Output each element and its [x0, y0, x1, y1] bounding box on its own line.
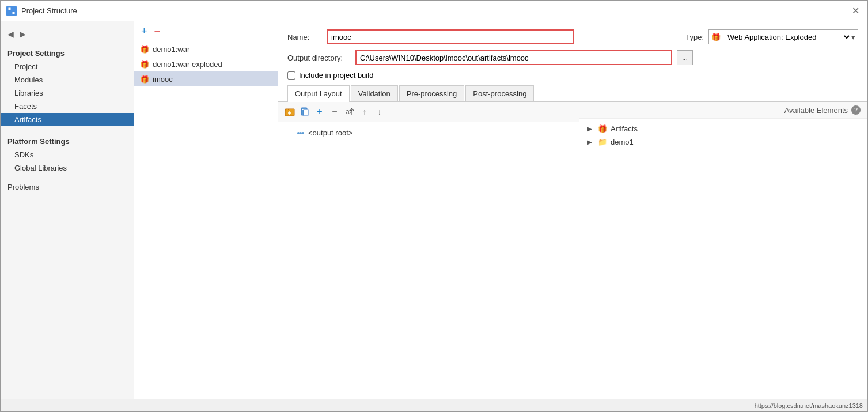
remove-artifact-button[interactable]: − [152, 25, 163, 37]
output-tree: <output root> [278, 122, 579, 399]
main-layout: ◀ ▶ Project Settings Project Modules Lib… [1, 21, 867, 399]
add-copy-btn[interactable] [298, 105, 312, 119]
svg-rect-2 [8, 12, 11, 14]
sidebar-item-libraries[interactable]: Libraries [1, 86, 134, 100]
type-artifact-icon: 🎁 [709, 33, 723, 41]
type-label: Type: [685, 33, 704, 41]
move-down-btn[interactable]: ↓ [373, 105, 386, 119]
demo1-folder-icon: 📁 [598, 138, 607, 146]
artifact-list: 🎁 demo1:war 🎁 demo1:war exploded 🎁 imooc [134, 41, 278, 399]
status-url: https://blog.csdn.net/mashaokunz1318 [755, 402, 863, 409]
window-title: Project Structure [21, 6, 77, 15]
sidebar-item-artifacts[interactable]: Artifacts [1, 113, 134, 126]
title-bar: Project Structure ✕ [1, 1, 867, 21]
remove-icon: − [332, 107, 337, 117]
name-label: Name: [287, 33, 322, 41]
sort-btn[interactable]: a z [343, 105, 357, 119]
include-in-build-checkbox[interactable] [287, 71, 295, 80]
title-bar-left: Project Structure [6, 6, 77, 16]
sidebar-item-problems[interactable]: Problems [1, 179, 134, 195]
app-icon [6, 6, 17, 16]
available-elements-header: Available Elements ? [579, 102, 867, 119]
name-input[interactable] [327, 29, 574, 44]
tab-output-layout[interactable]: Output Layout [287, 85, 350, 102]
back-button[interactable]: ◀ [6, 28, 15, 40]
sidebar: ◀ ▶ Project Settings Project Modules Lib… [1, 21, 134, 399]
add-artifact-button[interactable]: + [139, 25, 150, 37]
platform-settings-header: Platform Settings [1, 134, 134, 148]
tab-validation[interactable]: Validation [351, 85, 398, 101]
include-in-build-label: Include in project build [299, 71, 373, 80]
list-toolbar: + − [134, 21, 278, 41]
svg-rect-11 [304, 109, 308, 116]
add-folder-btn[interactable] [283, 105, 297, 119]
list-item-demo1war[interactable]: 🎁 demo1:war [134, 41, 278, 56]
available-artifacts-node[interactable]: ▶ 🎁 Artifacts [584, 122, 863, 135]
tab-pre-processing[interactable]: Pre-processing [399, 85, 464, 101]
sidebar-item-facets[interactable]: Facets [1, 100, 134, 113]
demo1-expand-chevron: ▶ [587, 139, 594, 145]
artifact-icon-demo1war: 🎁 [140, 44, 149, 54]
list-item-demo1war-exploded[interactable]: 🎁 demo1:war exploded [134, 56, 278, 71]
project-settings-header: Project Settings [1, 46, 134, 60]
status-bar: https://blog.csdn.net/mashaokunz1318 [1, 399, 867, 411]
list-item-imooc[interactable]: 🎁 imooc [134, 71, 278, 86]
add-icon: + [317, 107, 322, 117]
list-panel: + − 🎁 demo1:war 🎁 demo1:war exploded 🎁 i… [134, 21, 278, 399]
sidebar-item-modules[interactable]: Modules [1, 73, 134, 86]
remove-element-btn[interactable]: − [328, 105, 342, 119]
output-dir-row: Output directory: ... [287, 50, 858, 65]
browse-button[interactable]: ... [677, 50, 693, 65]
output-toolbar: + − a z [278, 102, 579, 122]
tabs-bar: Output Layout Validation Pre-processing … [278, 85, 867, 102]
output-root-node[interactable]: <output root> [285, 127, 572, 139]
artifact-icon-imooc: 🎁 [140, 74, 149, 84]
output-dir-input[interactable] [355, 50, 672, 65]
forward-button[interactable]: ▶ [18, 28, 27, 40]
include-build-row: Include in project build [287, 71, 858, 80]
svg-rect-0 [8, 7, 11, 10]
detail-panel: Name: Type: 🎁 Web Application: Exploded … [278, 21, 867, 399]
available-demo1-node[interactable]: ▶ 📁 demo1 [584, 135, 863, 149]
move-up-btn[interactable]: ↑ [358, 105, 372, 119]
type-select-container: 🎁 Web Application: Exploded Web Applicat… [708, 29, 858, 44]
up-icon: ↑ [363, 107, 367, 116]
artifact-icon-demo1war-exploded: 🎁 [140, 59, 149, 69]
artifacts-expand-chevron: ▶ [587, 126, 594, 132]
available-tree: ▶ 🎁 Artifacts ▶ 📁 demo1 [579, 119, 867, 399]
add-element-btn[interactable]: + [313, 105, 327, 119]
dropdown-chevron-icon: ▾ [851, 33, 858, 41]
available-elements-panel: Available Elements ? ▶ 🎁 Artifacts ▶ 📁 d… [579, 102, 867, 399]
output-dir-label: Output directory: [287, 54, 351, 62]
down-icon: ↓ [378, 107, 382, 116]
close-button[interactable]: ✕ [850, 5, 862, 16]
help-icon[interactable]: ? [851, 105, 861, 115]
available-elements-label: Available Elements [784, 106, 848, 115]
artifacts-gift-icon: 🎁 [598, 124, 607, 133]
svg-rect-3 [12, 12, 15, 14]
detail-form: Name: Type: 🎁 Web Application: Exploded … [278, 21, 867, 85]
name-type-row: Name: Type: 🎁 Web Application: Exploded … [287, 29, 858, 44]
output-layout-content: + − a z [278, 102, 867, 399]
nav-arrows: ◀ ▶ [1, 26, 134, 46]
sidebar-divider [1, 130, 134, 130]
sidebar-item-global-libraries[interactable]: Global Libraries [1, 161, 134, 175]
output-left: + − a z [278, 102, 579, 399]
type-dropdown[interactable]: Web Application: Exploded Web Applicatio… [723, 30, 851, 44]
sidebar-item-sdks[interactable]: SDKs [1, 148, 134, 161]
sidebar-item-project[interactable]: Project [1, 60, 134, 73]
svg-rect-1 [12, 7, 15, 10]
project-structure-window: Project Structure ✕ ◀ ▶ Project Settings… [0, 0, 868, 412]
tab-post-processing[interactable]: Post-processing [465, 85, 534, 101]
